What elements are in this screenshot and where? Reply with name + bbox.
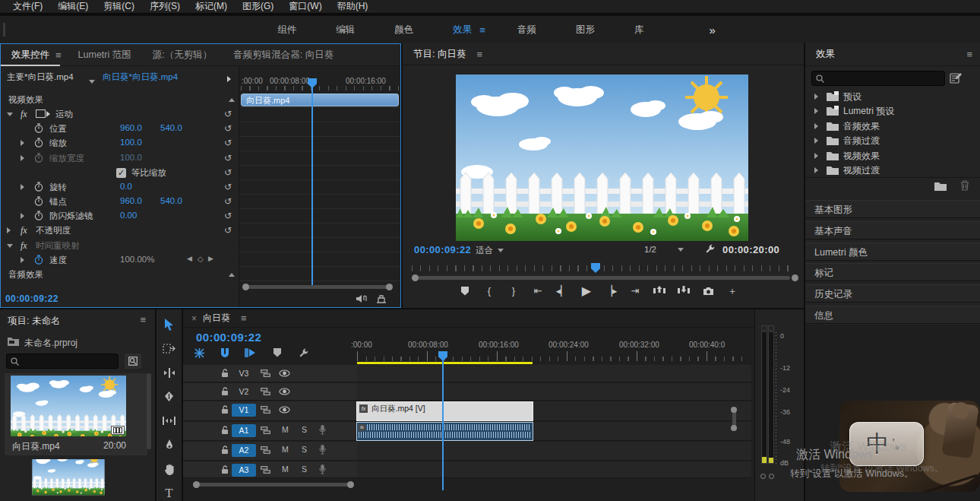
- solo-left-icon[interactable]: [760, 474, 766, 479]
- type-tool[interactable]: T: [160, 485, 179, 501]
- mark-out-button[interactable]: }: [501, 285, 526, 296]
- panel-tab-音频剪辑混合器: 向日葵[interactable]: 音频剪辑混合器: 向日葵: [223, 44, 344, 66]
- project-panel-title[interactable]: 项目: 未命名: [8, 315, 60, 328]
- twirl-icon[interactable]: [21, 257, 24, 263]
- selection-tool[interactable]: [160, 317, 179, 333]
- fx-bin-icon[interactable]: [950, 71, 963, 84]
- twirl-icon[interactable]: [814, 108, 818, 114]
- twirl-icon[interactable]: [21, 184, 24, 190]
- voiceover-mic-icon[interactable]: [319, 425, 326, 435]
- twirl-icon[interactable]: [7, 244, 13, 248]
- play-button[interactable]: ▶: [574, 284, 599, 298]
- sequence-clip-label[interactable]: 向日葵*向日葵.mp4: [103, 71, 178, 83]
- mark-in-button[interactable]: {: [477, 285, 501, 296]
- timeline-clip-bar[interactable]: 向日葵.mp4: [241, 94, 399, 106]
- param-value[interactable]: 540.0: [160, 123, 182, 132]
- new-custom-bin-icon[interactable]: [934, 181, 947, 191]
- twirl-icon[interactable]: [21, 213, 24, 219]
- workspace-menu-icon[interactable]: ≡: [479, 24, 485, 36]
- stopwatch-icon[interactable]: [34, 153, 43, 163]
- sync-lock-icon[interactable]: [261, 446, 270, 454]
- toggle-track-output-eye-icon[interactable]: [279, 388, 290, 395]
- stacked-panel-tab-信息[interactable]: 信息: [805, 306, 980, 324]
- timeline-tab[interactable]: 向日葵: [203, 312, 230, 325]
- video-clip[interactable]: fx 向日葵.mp4 [V]: [357, 402, 533, 420]
- lock-icon[interactable]: [221, 387, 229, 396]
- mute-button[interactable]: M: [282, 465, 289, 474]
- effect-controls-timecode[interactable]: 00:00:09:22: [5, 293, 58, 304]
- twirl-icon[interactable]: [7, 113, 13, 116]
- reset-icon[interactable]: ↺: [224, 167, 232, 178]
- workspace-tab-库[interactable]: 库: [615, 24, 664, 36]
- menu-item-序列(S)[interactable]: 序列(S): [143, 0, 187, 14]
- zoom-level-dropdown[interactable]: 适合: [476, 245, 504, 256]
- track-target-V1[interactable]: V1: [232, 404, 256, 417]
- track-content-V3[interactable]: [357, 365, 751, 382]
- twirl-icon[interactable]: [814, 94, 818, 100]
- reset-icon[interactable]: ↺: [224, 109, 232, 119]
- hand-tool[interactable]: [160, 461, 179, 477]
- sync-lock-icon[interactable]: [261, 426, 270, 434]
- stacked-panel-tab-历史记录[interactable]: 历史记录: [805, 284, 980, 303]
- go-to-out-button[interactable]: ⇥: [623, 285, 647, 296]
- program-video-frame[interactable]: [456, 75, 748, 241]
- mute-button[interactable]: M: [282, 425, 289, 434]
- twirl-icon[interactable]: [21, 140, 24, 146]
- lock-icon[interactable]: [221, 405, 229, 414]
- reset-icon[interactable]: ↺: [224, 123, 232, 134]
- delete-trash-icon[interactable]: [960, 180, 969, 191]
- timeline-settings-wrench-icon[interactable]: [299, 347, 309, 358]
- panel-tab-源:（无剪辑）[interactable]: 源:（无剪辑）: [142, 44, 223, 66]
- reset-icon[interactable]: ↺: [224, 153, 232, 163]
- add-marker-icon[interactable]: [273, 347, 282, 357]
- reset-icon[interactable]: ↺: [224, 211, 232, 221]
- scrollbar-handle-right[interactable]: [347, 481, 354, 488]
- twirl-icon[interactable]: [814, 153, 818, 159]
- menu-item-编辑(E)[interactable]: 编辑(E): [51, 0, 95, 14]
- workspace-tab-组件[interactable]: 组件: [258, 24, 316, 36]
- effects-folder-预设[interactable]: 预设: [805, 89, 980, 103]
- stacked-panel-tab-基本声音[interactable]: 基本声音: [805, 221, 980, 239]
- panel-tab-效果控件[interactable]: 效果控件: [1, 44, 60, 66]
- reset-icon[interactable]: ↺: [224, 138, 232, 148]
- effects-folder-Lumetri 预设[interactable]: Lumetri 预设: [805, 103, 980, 118]
- razor-tool[interactable]: [160, 389, 179, 405]
- playhead-line[interactable]: [311, 78, 313, 288]
- program-current-timecode[interactable]: 00:00:09:22: [414, 244, 471, 255]
- ripple-edit-tool[interactable]: [160, 365, 179, 381]
- effect-name[interactable]: 运动: [55, 109, 73, 120]
- effects-folder-视频过渡[interactable]: 视频过渡: [805, 163, 980, 177]
- effects-panel-tab[interactable]: 效果: [805, 43, 846, 65]
- twirl-icon[interactable]: [21, 155, 24, 161]
- voiceover-mic-icon[interactable]: [319, 445, 326, 455]
- selected-clip-item[interactable]: 向日葵.mp4 20:00: [5, 373, 147, 455]
- stopwatch-icon[interactable]: [34, 123, 43, 133]
- param-value[interactable]: 100.0: [120, 138, 142, 147]
- menu-item-标记(M)[interactable]: 标记(M): [188, 0, 234, 14]
- export-frame-button[interactable]: [696, 287, 720, 296]
- go-to-in-button[interactable]: ⇤: [526, 285, 550, 296]
- solo-button[interactable]: S: [302, 445, 307, 454]
- program-zoom-scrollbar[interactable]: [418, 276, 790, 280]
- vscrollbar-handle-bottom[interactable]: [731, 425, 737, 431]
- stacked-panel-tab-基本图形[interactable]: 基本图形: [805, 200, 980, 218]
- scrollbar-handle-right[interactable]: [792, 274, 798, 281]
- effects-folder-音频过渡[interactable]: 音频过渡: [805, 133, 980, 147]
- audio-clip[interactable]: fx: [357, 423, 533, 440]
- scrollbar-handle-left[interactable]: [242, 284, 249, 290]
- program-monitor-tab[interactable]: 节目: 向日葵: [403, 43, 476, 65]
- track-target-A1[interactable]: A1: [232, 424, 256, 437]
- track-content-V2[interactable]: [357, 383, 751, 401]
- clip-name[interactable]: 向日葵.mp4: [12, 440, 60, 453]
- effects-folder-音频效果[interactable]: 音频效果: [805, 119, 980, 133]
- effects-folder-视频效果[interactable]: 视频效果: [805, 148, 980, 163]
- sequence-thumbnail[interactable]: [14, 459, 123, 501]
- snap-magnet-icon[interactable]: [220, 347, 230, 359]
- param-value[interactable]: 960.0: [120, 196, 142, 205]
- solo-button[interactable]: S: [302, 465, 307, 474]
- track-target-V3[interactable]: V3: [232, 367, 256, 380]
- workspace-tab-编辑[interactable]: 编辑: [316, 24, 375, 36]
- sync-lock-icon[interactable]: [261, 388, 270, 395]
- twirl-icon[interactable]: [814, 167, 818, 173]
- twirl-icon[interactable]: [814, 138, 818, 144]
